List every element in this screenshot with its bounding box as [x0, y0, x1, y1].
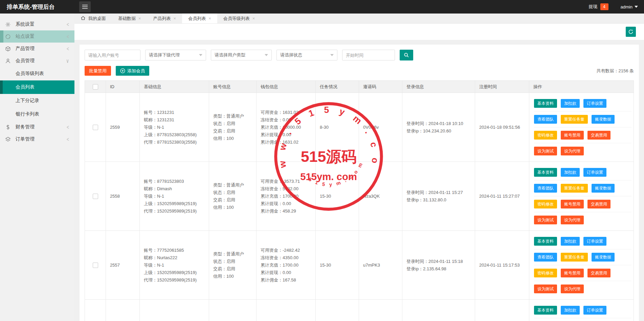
row-action-button[interactable]: 交易禁用: [587, 200, 610, 208]
start-date-input[interactable]: [342, 50, 395, 60]
row-action-button[interactable]: 交易禁用: [587, 269, 610, 277]
row-action-button[interactable]: 密码修改: [534, 200, 557, 208]
chevron-down-icon: ∨: [66, 57, 69, 64]
add-member-button[interactable]: 添加会员: [116, 66, 149, 76]
row-action-button[interactable]: 订单设置: [583, 237, 606, 246]
refresh-button[interactable]: [626, 27, 636, 37]
sidebar-item-0[interactable]: 系统设置<: [0, 18, 74, 30]
cell-id: 2559: [106, 93, 140, 162]
cell-actions: 基本资料加扣款订单设置查看团队重置任务量账变数据密码修改账号禁用交易禁用设为测试…: [529, 231, 634, 300]
member-list-panel: 请选择下级代理 请选择用户类型 请选择状态 批量禁用: [80, 45, 639, 321]
tab-label: 会员列表: [188, 16, 206, 22]
row-action-button[interactable]: 查看团队: [534, 115, 557, 124]
sidebar-item-6[interactable]: 上下分记录: [0, 94, 74, 107]
tab-0[interactable]: 我的桌面: [74, 14, 112, 23]
sidebar-item-1[interactable]: 站点设置<: [0, 30, 74, 43]
row-action-button[interactable]: 查看团队: [534, 184, 557, 193]
sidebar-item-label: 会员等级列表: [0, 71, 69, 77]
close-icon[interactable]: ×: [208, 16, 211, 21]
cell-invite-code: [359, 300, 402, 321]
row-action-button[interactable]: 加扣款: [561, 237, 580, 246]
row-action-button[interactable]: 设为测试: [534, 285, 557, 293]
row-action-button[interactable]: 账变数据: [592, 115, 615, 124]
user-name: admin: [621, 4, 632, 9]
row-action-button[interactable]: 设为代理: [561, 285, 584, 293]
row-checkbox[interactable]: [93, 194, 98, 199]
row-checkbox[interactable]: [93, 263, 98, 268]
tab-1[interactable]: 基础数据×: [112, 14, 147, 23]
add-member-label: 添加会员: [127, 68, 145, 74]
table-header-row: ID基础信息账号信息钱包信息任务情况邀请码登录信息注册时间操作: [85, 81, 634, 93]
member-table: ID基础信息账号信息钱包信息任务情况邀请码登录信息注册时间操作 2559账号：1…: [85, 80, 634, 321]
top-header-bar: 排单系统-管理后台 提现 4 admin: [0, 0, 644, 14]
row-action-button[interactable]: 账号禁用: [561, 200, 584, 208]
cell-basic-info: [140, 300, 209, 321]
sidebar-item-8[interactable]: 财务管理<: [0, 121, 74, 133]
row-action-button[interactable]: 设为测试: [534, 147, 557, 155]
sidebar-item-4[interactable]: 会员等级列表: [0, 67, 74, 80]
sidebar-item-3[interactable]: 会员管理∨: [0, 55, 74, 67]
row-action-button[interactable]: 基本资料: [534, 306, 557, 315]
row-action-button[interactable]: 重置任务量: [561, 184, 588, 193]
row-action-button[interactable]: 订单设置: [583, 306, 606, 315]
row-action-button[interactable]: 加扣款: [561, 168, 580, 177]
sidebar-item-2[interactable]: 产品管理<: [0, 43, 74, 55]
tab-3[interactable]: 会员列表×: [182, 14, 217, 23]
sidebar-item-label: 上下分记录: [0, 98, 69, 104]
row-action-button[interactable]: 重置任务量: [561, 253, 588, 262]
row-action-button[interactable]: 订单设置: [583, 168, 606, 177]
sidebar-item-5[interactable]: 会员列表: [0, 80, 74, 94]
row-action-button[interactable]: 账变数据: [592, 253, 615, 262]
chevron-left-icon: <: [67, 21, 69, 28]
account-search-input[interactable]: [85, 50, 140, 60]
status-select-value: 请选择状态: [280, 52, 302, 58]
row-action-button[interactable]: 账号禁用: [561, 131, 584, 140]
cell-register-time: 2024-01-11 15:17:53: [475, 231, 529, 300]
sidebar-item-9[interactable]: 订单管理<: [0, 133, 74, 145]
search-icon: [404, 52, 409, 58]
close-icon[interactable]: ×: [174, 16, 176, 21]
cell-wallet-info: 可用资金：-3573.71冻结资金：5732.00累计充值：1700.00累计提…: [257, 162, 316, 231]
sidebar-item-7[interactable]: 银行卡列表: [0, 107, 74, 121]
row-action-button[interactable]: 密码修改: [534, 131, 557, 140]
cell-invite-code: 0V0N6v: [359, 93, 402, 162]
select-all-checkbox[interactable]: [93, 84, 98, 90]
row-action-button[interactable]: 设为测试: [534, 216, 557, 224]
column-header-6: 邀请码: [359, 81, 402, 93]
cell-account-info: 类型：普通用户状态：启用交易：启用信用：100: [209, 162, 257, 231]
status-select[interactable]: 请选择状态: [276, 50, 337, 60]
row-action-button[interactable]: 订单设置: [583, 99, 606, 108]
user-type-select[interactable]: 请选择用户类型: [211, 50, 272, 60]
row-action-button[interactable]: 交易禁用: [587, 131, 610, 140]
row-action-button[interactable]: 加扣款: [561, 99, 580, 108]
row-action-button[interactable]: 重置任务量: [561, 115, 588, 124]
tab-2[interactable]: 产品列表×: [147, 14, 182, 23]
row-action-button[interactable]: 设为代理: [561, 147, 584, 155]
close-icon[interactable]: ×: [138, 16, 141, 21]
row-checkbox[interactable]: [93, 125, 98, 130]
withdraw-menu[interactable]: 提现 4: [589, 3, 608, 10]
tab-4[interactable]: 会员等级列表×: [217, 14, 261, 23]
row-action-button[interactable]: 账变数据: [592, 184, 615, 193]
total-count-text: 共有数据：2156 条: [596, 68, 634, 74]
user-menu[interactable]: admin: [621, 4, 638, 9]
row-action-button[interactable]: 基本资料: [534, 237, 557, 246]
batch-disable-button[interactable]: 批量禁用: [85, 66, 111, 76]
row-action-button[interactable]: 账号禁用: [561, 269, 584, 277]
search-button[interactable]: [400, 50, 413, 60]
sidebar-item-label: 财务管理: [16, 124, 67, 130]
row-action-button[interactable]: 基本资料: [534, 99, 557, 108]
sidebar-item-label: 订单管理: [16, 136, 67, 142]
agent-select[interactable]: 请选择下级代理: [145, 50, 206, 60]
row-action-button[interactable]: 基本资料: [534, 168, 557, 177]
close-icon[interactable]: ×: [252, 16, 255, 21]
row-action-button[interactable]: 加扣款: [561, 306, 580, 315]
chevron-left-icon: <: [67, 136, 69, 143]
row-action-button[interactable]: 密码修改: [534, 269, 557, 277]
withdraw-label: 提现: [589, 4, 598, 10]
sidebar-item-label: 站点设置: [16, 33, 67, 40]
hamburger-menu-icon[interactable]: [79, 1, 91, 12]
row-action-button[interactable]: 查看团队: [534, 253, 557, 262]
row-action-button[interactable]: 设为代理: [561, 216, 584, 224]
cell-actions: 基本资料加扣款订单设置查看团队重置任务量账变数据密码修改账号禁用交易禁用设为测试…: [529, 162, 634, 231]
